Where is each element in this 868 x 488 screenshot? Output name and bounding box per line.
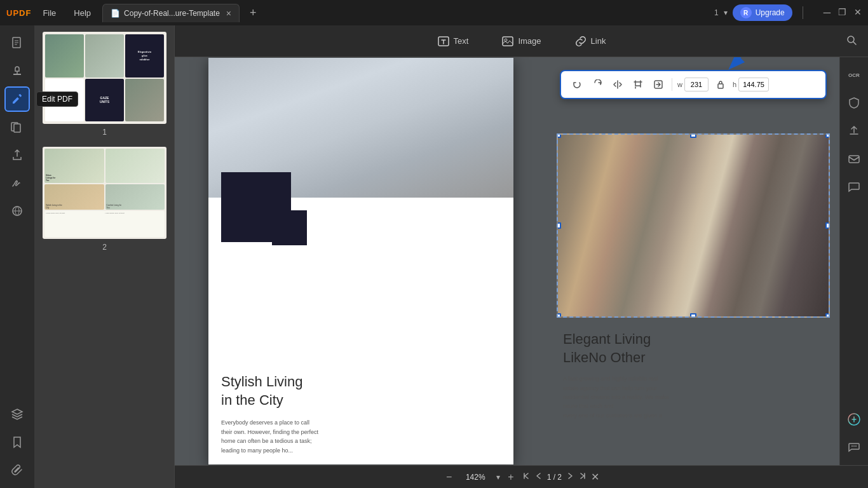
selected-image[interactable] [557, 133, 830, 318]
handle-top-middle[interactable] [690, 133, 696, 138]
handle-middle-left[interactable] [557, 222, 561, 229]
pdf-canvas[interactable]: Stylish Livingin the City Everybody dese… [175, 57, 547, 465]
sidebar-icon-protect[interactable] [841, 90, 867, 116]
page-navigation: 1 / 2 ✕ [522, 471, 599, 483]
tab-title: Copy-of-Real...ure-Template [124, 9, 220, 18]
handle-bottom-right[interactable] [825, 313, 830, 318]
sidebar-icon-sign[interactable] [4, 170, 30, 196]
thumb-cell: Lorem ipsum dolor sit amet Lorem ipsum d… [44, 211, 165, 237]
nav-first-btn[interactable] [522, 471, 531, 482]
toolbar-image[interactable]: Image [495, 31, 547, 51]
sidebar-icon-pages[interactable] [4, 114, 30, 140]
sidebar-icon-translate[interactable] [4, 198, 30, 224]
nav-prev-btn[interactable] [534, 471, 543, 482]
thumbnail-box-1[interactable]: Elegantivinglizendobher Elegant LivingLi… [43, 32, 166, 124]
thumbnail-num-2: 2 [102, 243, 107, 252]
sidebar-icon-chat[interactable] [841, 435, 867, 460]
image-toolbar: w h [560, 70, 827, 99]
upgrade-btn[interactable]: R Upgrade [733, 4, 792, 21]
thumb-cell: Elegantivinglizendobher [125, 34, 164, 78]
sidebar-icon-email[interactable] [841, 146, 867, 172]
thumbnail-page-1[interactable]: Elegantivinglizendobher Elegant LivingLi… [41, 32, 168, 137]
menu-help[interactable]: Help [67, 6, 97, 20]
right-panel: w h [547, 57, 839, 465]
zoom-dropdown[interactable]: ▾ [496, 473, 500, 482]
selected-image-container[interactable]: Elegant LivingLikeNo Other A fast-growin… [557, 133, 830, 420]
edit-pdf-tooltip: Edit PDF [36, 92, 78, 107]
handle-bottom-middle[interactable] [690, 313, 696, 318]
link-tool-icon [574, 35, 587, 48]
thumb-cell [105, 149, 165, 183]
titlebar: UPDF File Help 📄 Copy-of-Real...ure-Temp… [0, 0, 868, 25]
sidebar-icon-ai[interactable] [841, 407, 867, 432]
handle-bottom-left[interactable] [557, 313, 561, 318]
thumbnail-page-2[interactable]: UrbanLivings forYou Stylish Living in th… [41, 147, 168, 252]
image-tool-icon [501, 35, 514, 48]
sidebar-icon-document[interactable] [4, 30, 30, 56]
thumb-cell: GAZEUNITS [85, 79, 124, 122]
menu-file[interactable]: File [36, 6, 62, 20]
sidebar-icon-bookmark[interactable] [4, 430, 30, 455]
restore-btn[interactable]: ❐ [838, 7, 846, 18]
page-text-left: Stylish Livingin the City Everybody dese… [208, 363, 361, 464]
flip-horizontal-btn[interactable] [609, 76, 626, 93]
sidebar-icon-edit-pdf[interactable]: Edit PDF [4, 86, 30, 112]
handle-middle-right[interactable] [825, 222, 830, 229]
svg-point-18 [851, 445, 853, 447]
toolbar-link[interactable]: Link [568, 31, 613, 51]
sidebar-icon-stamp[interactable] [4, 58, 30, 84]
edit-toolbar: Text Image Link [175, 25, 868, 57]
thumb-cell: UrbanLivings forYou [44, 149, 104, 183]
sidebar-icon-share[interactable] [841, 118, 867, 144]
thumb-cell [85, 34, 124, 78]
active-tab[interactable]: 📄 Copy-of-Real...ure-Template × [102, 4, 240, 22]
sidebar-icon-layers[interactable] [4, 402, 30, 427]
nav-close-btn[interactable]: ✕ [591, 471, 599, 483]
pdf-page: Stylish Livingin the City Everybody dese… [208, 58, 513, 464]
tab-close-btn[interactable]: × [226, 8, 231, 18]
zoom-in-btn[interactable]: + [505, 471, 516, 483]
image-label: Image [518, 36, 541, 46]
toolbar-separator [672, 78, 672, 91]
user-avatar: R [740, 7, 752, 18]
top-area: Text Image Link [175, 25, 868, 488]
upgrade-label: Upgrade [756, 8, 785, 17]
door-photo [558, 135, 829, 316]
svg-point-10 [505, 39, 507, 41]
sidebar-icon-comments[interactable] [841, 174, 867, 200]
sidebar-icon-attachment[interactable] [4, 458, 30, 483]
svg-rect-9 [503, 37, 513, 46]
page-title-left: Stylish Livingin the City [221, 373, 348, 409]
sidebar-icon-ocr[interactable]: OCR [841, 62, 867, 88]
link-label: Link [591, 36, 606, 46]
dark-square-2 [272, 210, 307, 245]
toolbar-search[interactable] [845, 34, 858, 49]
nav-last-btn[interactable] [578, 471, 587, 482]
toolbar-text[interactable]: Text [431, 31, 475, 51]
handle-top-right[interactable] [825, 133, 830, 138]
thumb-cell: Comfort Living forYou [105, 184, 165, 210]
zoom-out-btn[interactable]: − [444, 471, 454, 483]
svg-point-20 [855, 445, 857, 447]
text-label: Text [454, 36, 469, 46]
thumbnail-box-2[interactable]: UrbanLivings forYou Stylish Living in th… [43, 147, 166, 239]
sidebar-icon-export[interactable] [4, 142, 30, 168]
content-area: Stylish Livingin the City Everybody dese… [175, 57, 868, 465]
tab-icon: 📄 [111, 9, 120, 18]
page-body-left: Everybody deserves a place to calltheir … [221, 418, 348, 455]
handle-top-left[interactable] [557, 133, 561, 138]
svg-rect-15 [718, 84, 723, 88]
replace-btn[interactable] [650, 76, 667, 93]
rotate-right-btn[interactable] [589, 76, 606, 93]
rotate-left-btn[interactable] [569, 76, 585, 93]
thumb-cell: Stylish Living in theCity [44, 184, 104, 210]
tab-add-btn[interactable]: + [245, 6, 262, 20]
right-text-area: Elegant LivingLikeNo Other A fast-growin… [557, 318, 830, 420]
minimize-btn[interactable]: ─ [824, 7, 831, 18]
thumbnail-num-1: 1 [102, 128, 107, 137]
nav-next-btn[interactable] [566, 471, 574, 482]
crop-btn[interactable] [630, 76, 646, 93]
right-sidebar: OCR [839, 57, 868, 465]
page-num-dropdown[interactable]: ▾ [724, 8, 728, 17]
close-btn[interactable]: ✕ [854, 7, 862, 18]
